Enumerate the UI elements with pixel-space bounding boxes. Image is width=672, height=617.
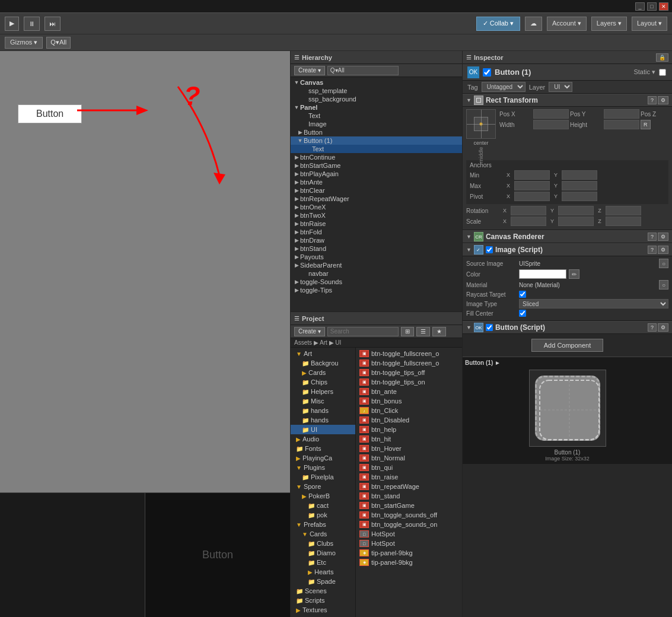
is-gear-button[interactable]: ⚙ xyxy=(658,246,668,254)
image-script-header[interactable]: ▼ ✓ Image (Script) ? ⚙ xyxy=(463,243,672,256)
hierarchy-create-button[interactable]: Create ▾ xyxy=(294,66,325,75)
anchor-diagram[interactable] xyxy=(466,109,496,139)
anchors-max-y[interactable]: 0.5 xyxy=(562,181,597,190)
hier-btn-fold[interactable]: ▶ btnFold xyxy=(291,228,462,236)
file-btn-toggle-sounds-off[interactable]: ▣ btn_toggle_sounds_off xyxy=(356,510,462,520)
project-view-btn2[interactable]: ☰ xyxy=(416,327,430,336)
proj-clubs[interactable]: 📁 Clubs xyxy=(291,539,355,548)
hier-btn-raise[interactable]: ▶ btnRaise xyxy=(291,220,462,228)
proj-chips[interactable]: 📁 Chips xyxy=(291,377,355,387)
cloud-button[interactable]: ☁ xyxy=(525,17,542,31)
collab-button[interactable]: ✓ Collab ▾ xyxy=(476,17,520,31)
proj-backgrounds[interactable]: 📁 Backgrou xyxy=(291,358,355,368)
proj-hearts[interactable]: ▶ Hearts xyxy=(291,567,355,577)
proj-scripts[interactable]: 📁 Scripts xyxy=(291,596,355,605)
hierarchy-search-input[interactable] xyxy=(327,66,399,75)
proj-misc[interactable]: 📁 Misc xyxy=(291,396,355,406)
layout-button[interactable]: Layout ▾ xyxy=(632,17,667,31)
step-button[interactable]: ⏭ xyxy=(44,17,60,31)
project-sidebar[interactable]: ▼ Art 📁 Backgrou ▶ Cards xyxy=(291,348,356,617)
file-btn-stand[interactable]: ▣ btn_stand xyxy=(356,491,462,501)
material-edit-btn[interactable]: ○ xyxy=(659,280,668,290)
hier-button1-text[interactable]: Text xyxy=(291,145,462,153)
proj-cards[interactable]: ▶ Cards xyxy=(291,368,355,377)
bs-info-button[interactable]: ? xyxy=(648,323,657,332)
hier-ssp-template[interactable]: ssp_template xyxy=(291,87,462,95)
file-tip-panel-2[interactable]: ◈ tip-panel-9bkg xyxy=(356,558,462,567)
scene-canvas[interactable]: Button ? xyxy=(0,51,290,492)
hier-btn-repeatwager[interactable]: ▶ btnRepeatWager xyxy=(291,195,462,203)
proj-hands2[interactable]: 📁 hands xyxy=(291,415,355,425)
button-script-checkbox[interactable] xyxy=(486,324,493,331)
hier-btn-ante[interactable]: ▶ btnAnte xyxy=(291,178,462,186)
project-files[interactable]: ▣ btn-toggle_fullscreen_o ▣ btn-toggle_f… xyxy=(356,348,462,617)
color-box[interactable] xyxy=(519,269,566,279)
gizmos-button[interactable]: Gizmos ▾ xyxy=(5,37,43,49)
proj-cact[interactable]: 📁 cact xyxy=(291,501,355,510)
play-button[interactable]: ▶ xyxy=(5,17,19,31)
file-btn-disabled[interactable]: ▣ btn_Disabled xyxy=(356,415,462,425)
canvas-renderer-header[interactable]: ▼ CR Canvas Renderer ? ⚙ xyxy=(463,230,672,243)
layers-button[interactable]: Layers ▾ xyxy=(591,17,627,31)
cr-info-button[interactable]: ? xyxy=(648,233,657,241)
hier-image[interactable]: Image xyxy=(291,120,462,128)
minimize-button[interactable]: _ xyxy=(635,2,645,11)
raycast-checkbox[interactable] xyxy=(519,291,526,298)
rt-info-button[interactable]: ? xyxy=(648,96,657,104)
project-create-button[interactable]: Create ▾ xyxy=(294,327,325,336)
file-btn-startgame[interactable]: ▣ btn_startGame xyxy=(356,501,462,510)
project-view-btn3[interactable]: ★ xyxy=(432,327,446,336)
proj-sidebar-item[interactable]: ▼ Art xyxy=(291,349,355,358)
maximize-button[interactable]: □ xyxy=(647,2,657,11)
hier-button1[interactable]: ▼ Button (1) xyxy=(291,136,462,145)
rt-gear-button[interactable]: ⚙ xyxy=(658,96,668,104)
pos-y-input[interactable]: 3.4 xyxy=(604,109,639,119)
file-btn-hit[interactable]: ▣ btn_hit xyxy=(356,434,462,444)
close-button[interactable]: ✕ xyxy=(659,2,668,11)
hier-toggle-tips[interactable]: ▶ toggle-Tips xyxy=(291,286,462,294)
anchors-min-x[interactable]: 0.5 xyxy=(514,170,550,180)
hier-text[interactable]: Text xyxy=(291,112,462,120)
proj-fonts[interactable]: 📁 Fonts xyxy=(291,444,355,453)
hier-navbar[interactable]: navbar xyxy=(291,269,462,278)
hier-btn-startgame[interactable]: ▶ btnStartGame xyxy=(291,161,462,170)
file-btn-repeatwage[interactable]: ▣ btn_repeatWage xyxy=(356,482,462,491)
inspector-lock-button[interactable]: 🔒 xyxy=(656,53,668,62)
proj-plugins[interactable]: ▼ Plugins xyxy=(291,463,355,472)
pos-x-input[interactable]: 236.4 xyxy=(533,109,569,119)
scale-z-input[interactable]: 1 xyxy=(606,217,641,226)
proj-pok[interactable]: 📁 pok xyxy=(291,510,355,520)
file-btn-ante[interactable]: ▣ btn_ante xyxy=(356,387,462,396)
hier-toggle-sounds[interactable]: ▶ toggle-Sounds xyxy=(291,278,462,286)
proj-pixelplace[interactable]: 📁 Pixelpla xyxy=(291,472,355,482)
anchors-pivot-y[interactable]: 0.5 xyxy=(562,192,597,201)
proj-spore[interactable]: ▼ Spore xyxy=(291,482,355,491)
file-btn-hover[interactable]: ▣ btn_Hover xyxy=(356,444,462,453)
file-btn-qui[interactable]: ▣ btn_qui xyxy=(356,463,462,472)
image-type-select[interactable]: Sliced xyxy=(519,299,668,308)
proj-prefabs[interactable]: ▼ Prefabs xyxy=(291,520,355,529)
rot-z-input[interactable]: 0 xyxy=(606,206,641,215)
scale-x-input[interactable]: 1 xyxy=(511,217,546,226)
file-btn-toggle-fs1[interactable]: ▣ btn-toggle_fullscreen_o xyxy=(356,349,462,358)
proj-playingcards[interactable]: ▶ PlayingCa xyxy=(291,453,355,463)
file-btn-toggle-sounds-on[interactable]: ▣ btn_toggle_sounds_on xyxy=(356,520,462,529)
proj-spade[interactable]: 📁 Spade xyxy=(291,577,355,586)
scale-y-input[interactable]: 1 xyxy=(558,217,594,226)
hier-button[interactable]: ▶ Button xyxy=(291,128,462,136)
file-btn-raise[interactable]: ▣ btn_raise xyxy=(356,472,462,482)
source-image-edit-btn[interactable]: ○ xyxy=(659,259,668,268)
proj-textures[interactable]: ▶ Textures xyxy=(291,605,355,615)
anchors-min-y[interactable]: 0.5 xyxy=(562,170,597,180)
fill-center-checkbox[interactable] xyxy=(519,310,526,317)
proj-etc[interactable]: 📁 Etc xyxy=(291,558,355,567)
hier-btn-draw[interactable]: ▶ btnDraw xyxy=(291,236,462,244)
anchors-pivot-x[interactable]: 0.5 xyxy=(514,192,550,201)
bs-gear-button[interactable]: ⚙ xyxy=(658,323,668,332)
hier-canvas[interactable]: ▼ Canvas xyxy=(291,78,462,87)
layer-select[interactable]: UI xyxy=(549,82,572,92)
file-btn-toggle-tips-on[interactable]: ▣ btn-toggle_tips_on xyxy=(356,377,462,387)
width-input[interactable]: 160 xyxy=(533,120,569,129)
proj-hands1[interactable]: 📁 hands xyxy=(291,406,355,415)
hier-panel[interactable]: ▼ Panel xyxy=(291,103,462,112)
